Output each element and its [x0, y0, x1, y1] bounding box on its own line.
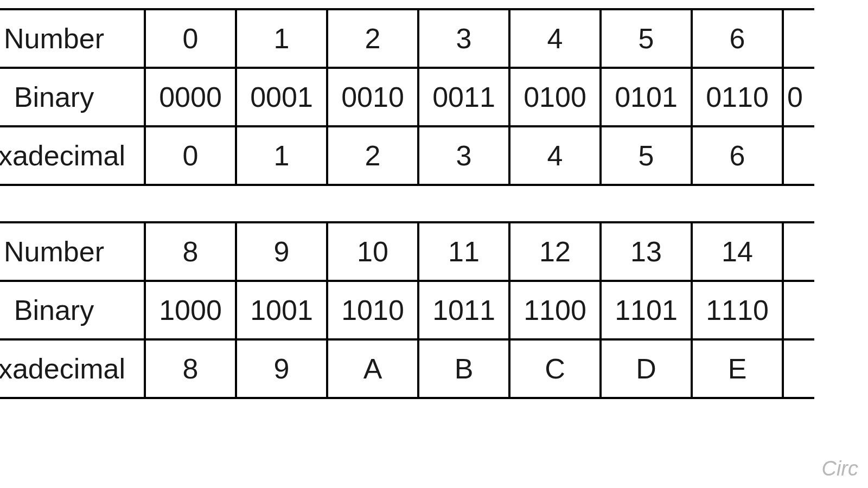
cell-binary: 1110 [692, 281, 783, 339]
table-row: Binary 1000 1001 1010 1011 1100 1101 111… [0, 281, 814, 339]
cell-hex: D [601, 339, 692, 398]
cell-partial [783, 126, 814, 185]
cell-number: 10 [327, 222, 418, 281]
cell-binary: 1010 [327, 281, 418, 339]
row-header-hexadecimal: exadecimal [0, 339, 145, 398]
cell-binary: 1100 [509, 281, 601, 339]
cell-number: 5 [601, 9, 692, 68]
cell-binary: 0001 [236, 68, 327, 126]
cell-hex: 8 [145, 339, 236, 398]
cell-binary: 0100 [509, 68, 601, 126]
table-row: exadecimal 0 1 2 3 4 5 6 [0, 126, 814, 185]
conversion-table-upper: Number 0 1 2 3 4 5 6 Binary 0000 0001 00… [0, 8, 814, 186]
cell-hex: 0 [145, 126, 236, 185]
row-header-binary: Binary [0, 281, 145, 339]
cell-number: 0 [145, 9, 236, 68]
cell-hex: 5 [601, 126, 692, 185]
cell-number: 3 [418, 9, 509, 68]
cell-partial [783, 281, 814, 339]
cell-partial [783, 222, 814, 281]
cell-number: 9 [236, 222, 327, 281]
row-header-number: Number [0, 9, 145, 68]
cell-partial [783, 9, 814, 68]
cell-hex: 9 [236, 339, 327, 398]
cell-partial: 0 [783, 68, 814, 126]
cell-number: 13 [601, 222, 692, 281]
cell-binary: 1001 [236, 281, 327, 339]
table-row: Number 8 9 10 11 12 13 14 [0, 222, 814, 281]
cell-number: 6 [692, 9, 783, 68]
cell-number: 14 [692, 222, 783, 281]
cell-binary: 0110 [692, 68, 783, 126]
cell-binary: 0010 [327, 68, 418, 126]
cell-number: 8 [145, 222, 236, 281]
table-container: Number 0 1 2 3 4 5 6 Binary 0000 0001 00… [0, 8, 814, 399]
table-row: exadecimal 8 9 A B C D E [0, 339, 814, 398]
cell-hex: A [327, 339, 418, 398]
cell-binary: 0101 [601, 68, 692, 126]
cell-binary: 0000 [145, 68, 236, 126]
watermark-text: Circ [821, 457, 858, 480]
cell-hex: C [509, 339, 601, 398]
cell-binary: 1101 [601, 281, 692, 339]
cell-number: 1 [236, 9, 327, 68]
cell-binary: 1011 [418, 281, 509, 339]
table-row: Number 0 1 2 3 4 5 6 [0, 9, 814, 68]
row-header-hexadecimal: exadecimal [0, 126, 145, 185]
cell-hex: 4 [509, 126, 601, 185]
cell-number: 2 [327, 9, 418, 68]
cell-number: 11 [418, 222, 509, 281]
cell-hex: 6 [692, 126, 783, 185]
cell-hex: E [692, 339, 783, 398]
cell-hex: B [418, 339, 509, 398]
cell-hex: 3 [418, 126, 509, 185]
row-header-binary: Binary [0, 68, 145, 126]
cell-number: 4 [509, 9, 601, 68]
cell-binary: 1000 [145, 281, 236, 339]
row-header-number: Number [0, 222, 145, 281]
cell-hex: 2 [327, 126, 418, 185]
cell-hex: 1 [236, 126, 327, 185]
cell-binary: 0011 [418, 68, 509, 126]
table-row: Binary 0000 0001 0010 0011 0100 0101 011… [0, 68, 814, 126]
cell-partial [783, 339, 814, 398]
conversion-table-lower: Number 8 9 10 11 12 13 14 Binary 1000 10… [0, 221, 814, 399]
cell-number: 12 [509, 222, 601, 281]
